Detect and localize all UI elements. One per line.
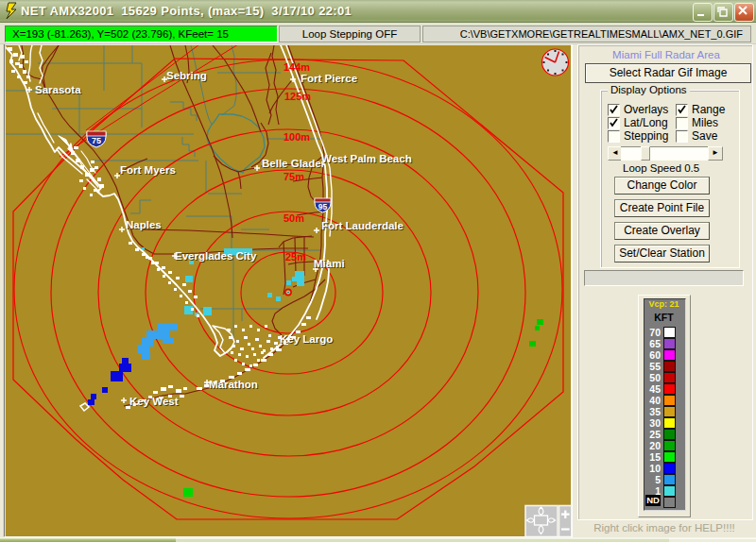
- svg-text:Naples: Naples: [126, 219, 162, 230]
- svg-text:50m: 50m: [284, 212, 304, 224]
- svg-text:Miami: Miami: [314, 258, 345, 269]
- svg-text:Sebring: Sebring: [166, 70, 207, 81]
- svg-text:100m: 100m: [284, 131, 310, 143]
- svg-text:75m: 75m: [284, 171, 304, 182]
- svg-text:Key Largo: Key Largo: [280, 333, 333, 345]
- svg-text:Fort Myers: Fort Myers: [120, 164, 176, 176]
- svg-text:25m: 25m: [285, 251, 306, 263]
- svg-text:Sarasota: Sarasota: [35, 84, 81, 95]
- svg-text:Everglades City: Everglades City: [175, 250, 257, 262]
- svg-text:125m: 125m: [284, 91, 311, 102]
- svg-text:Key West: Key West: [129, 396, 179, 407]
- svg-text:144m: 144m: [284, 61, 310, 73]
- svg-text:Marathon: Marathon: [209, 379, 258, 390]
- svg-text:West Palm Beach: West Palm Beach: [321, 153, 412, 164]
- svg-text:95: 95: [318, 202, 328, 212]
- svg-text:Fort Pierce: Fort Pierce: [301, 73, 357, 84]
- svg-text:Belle Glade: Belle Glade: [262, 158, 321, 169]
- svg-text:Fort Lauderdale: Fort Lauderdale: [321, 220, 404, 231]
- svg-text:75: 75: [92, 136, 101, 145]
